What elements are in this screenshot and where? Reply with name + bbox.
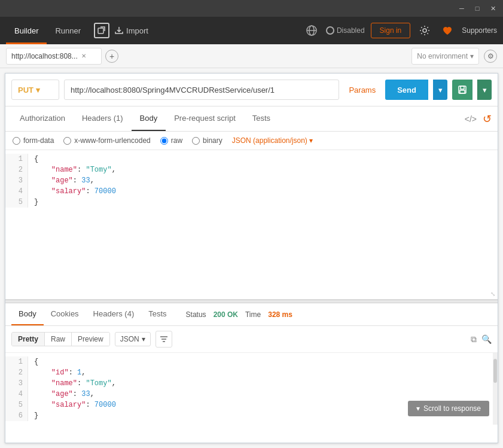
response-scrollbar-thumb xyxy=(493,359,497,383)
disabled-badge: Disabled xyxy=(326,26,365,35)
resp-tab-headers[interactable]: Headers (4) xyxy=(86,303,142,325)
status-label: Status xyxy=(186,310,206,319)
svg-rect-6 xyxy=(461,86,464,89)
method-select[interactable]: PUT ▾ xyxy=(11,80,59,100)
resp-json-select[interactable]: JSON ▾ xyxy=(115,332,151,346)
top-nav: Builder Runner Import Disabled Sign in xyxy=(0,17,503,44)
radio-form-data[interactable]: form-data xyxy=(13,136,54,145)
main-container: PUT ▾ Params Send ▾ ▾ xyxy=(0,68,503,448)
addr-right: No environment ▾ ⚙ xyxy=(411,48,497,65)
radio-raw[interactable]: raw xyxy=(160,136,182,145)
add-tab-button[interactable]: + xyxy=(105,50,118,63)
request-tabs-row: Authorization Headers (1) Body Pre-reque… xyxy=(5,106,498,132)
radio-binary[interactable]: binary xyxy=(192,136,222,145)
scroll-to-response-button[interactable]: ▾ Scroll to response xyxy=(408,401,489,416)
time-label: Time xyxy=(245,310,261,319)
resp-tab-body[interactable]: Body xyxy=(11,303,44,325)
status-value: 200 OK xyxy=(214,310,238,319)
resp-json-label: JSON xyxy=(120,335,139,343)
resp-tab-tests[interactable]: Tests xyxy=(141,303,173,325)
copy-icon[interactable]: ⧉ xyxy=(471,334,477,345)
supporters-link[interactable]: Supporters xyxy=(462,26,497,35)
title-bar: ─ □ ✕ xyxy=(0,0,503,17)
code-icon[interactable]: </> xyxy=(465,114,477,124)
response-scrollbar[interactable] xyxy=(493,353,498,425)
format-preview-button[interactable]: Preview xyxy=(71,333,109,346)
svg-rect-0 xyxy=(98,28,103,33)
url-row: PUT ▾ Params Send ▾ ▾ xyxy=(11,80,492,100)
save-dropdown-icon: ▾ xyxy=(483,86,487,95)
request-code-editor[interactable]: 12345 { "name": "Tomy", "age": 33, "sala… xyxy=(5,150,498,300)
tabs-right: </> ↺ xyxy=(465,112,492,126)
send-dropdown-button[interactable]: ▾ xyxy=(433,80,447,100)
json-format-select[interactable]: JSON (application/json) ▾ xyxy=(232,136,313,145)
radio-urlencoded[interactable]: x-www-form-urlencoded xyxy=(63,136,150,145)
format-pretty-button[interactable]: Pretty xyxy=(12,333,44,346)
format-raw-button[interactable]: Raw xyxy=(44,333,71,346)
inner-container: PUT ▾ Params Send ▾ ▾ xyxy=(5,73,498,443)
tab-url-text: http://localhost:808... xyxy=(11,52,78,60)
env-settings-icon[interactable]: ⚙ xyxy=(484,50,497,63)
save-dropdown-button[interactable]: ▾ xyxy=(477,80,492,100)
tab-body[interactable]: Body xyxy=(132,106,166,131)
env-chevron-icon: ▾ xyxy=(470,52,474,60)
env-label: No environment xyxy=(417,52,468,60)
response-body-wrap: 123456 { "id": 1, "name": "Tomy", "age":… xyxy=(5,353,498,425)
environment-select[interactable]: No environment ▾ xyxy=(411,48,479,65)
tab-headers[interactable]: Headers (1) xyxy=(74,106,132,131)
scroll-chevron-icon: ▾ xyxy=(416,404,420,413)
url-input[interactable] xyxy=(64,80,339,100)
close-button[interactable]: ✕ xyxy=(485,2,501,14)
method-chevron-icon: ▾ xyxy=(36,86,40,95)
format-group: Pretty Raw Preview xyxy=(11,332,110,346)
disabled-dot xyxy=(326,26,334,35)
resp-right-icons: ⧉ 🔍 xyxy=(471,334,492,345)
resp-json-chevron-icon: ▾ xyxy=(142,335,145,343)
svg-point-4 xyxy=(423,29,426,32)
import-button[interactable]: Import xyxy=(114,26,148,35)
request-code-content: { "name": "Tomy", "age": 33, "salary": 7… xyxy=(28,154,498,208)
response-section: Body Cookies Headers (4) Tests Status 20… xyxy=(5,303,498,425)
nav-tab-builder[interactable]: Builder xyxy=(6,17,47,44)
search-response-icon[interactable]: 🔍 xyxy=(481,334,492,345)
response-toolbar: Pretty Raw Preview JSON ▾ ⧉ xyxy=(5,326,498,353)
maximize-button[interactable]: □ xyxy=(470,2,485,14)
tab-close-button[interactable]: ✕ xyxy=(81,53,86,59)
body-options: form-data x-www-form-urlencoded raw bina… xyxy=(5,132,498,150)
filter-button[interactable] xyxy=(156,331,172,348)
signin-button[interactable]: Sign in xyxy=(371,23,411,38)
status-info: Status 200 OK Time 328 ms xyxy=(186,310,292,319)
resize-handle[interactable]: ⤡ xyxy=(490,291,495,298)
tab-authorization[interactable]: Authorization xyxy=(11,106,74,131)
refresh-icon[interactable]: ↺ xyxy=(483,112,492,126)
disabled-label: Disabled xyxy=(337,26,365,35)
save-button[interactable] xyxy=(452,80,472,100)
globe-icon[interactable] xyxy=(303,22,320,39)
svg-rect-7 xyxy=(460,90,465,93)
response-line-numbers: 123456 xyxy=(5,356,28,421)
tab-tests[interactable]: Tests xyxy=(244,106,279,131)
json-format-chevron-icon: ▾ xyxy=(309,136,313,145)
request-line-numbers: 12345 xyxy=(5,154,28,208)
tab-pre-request-script[interactable]: Pre-request script xyxy=(166,106,244,131)
send-dropdown-icon: ▾ xyxy=(438,86,443,95)
resp-tab-cookies[interactable]: Cookies xyxy=(44,303,86,325)
json-format-label: JSON (application/json) xyxy=(232,136,307,145)
nav-right: Disabled Sign in Supporters xyxy=(303,22,497,39)
request-builder: PUT ▾ Params Send ▾ ▾ xyxy=(5,74,498,106)
tab-url[interactable]: http://localhost:808... ✕ xyxy=(6,48,102,65)
settings-icon[interactable] xyxy=(416,22,433,39)
heart-icon[interactable] xyxy=(439,22,456,39)
address-bar: http://localhost:808... ✕ + No environme… xyxy=(0,44,503,68)
time-value: 328 ms xyxy=(268,310,292,319)
scroll-btn-label: Scroll to response xyxy=(423,404,481,413)
nav-tab-runner[interactable]: Runner xyxy=(47,17,89,44)
new-window-icon[interactable] xyxy=(94,23,109,38)
params-button[interactable]: Params xyxy=(344,82,380,98)
minimize-button[interactable]: ─ xyxy=(454,2,470,14)
filter-icon xyxy=(160,335,168,343)
import-label: Import xyxy=(126,26,148,35)
method-label: PUT xyxy=(18,86,33,95)
save-icon xyxy=(458,85,467,95)
send-button[interactable]: Send xyxy=(385,80,428,100)
